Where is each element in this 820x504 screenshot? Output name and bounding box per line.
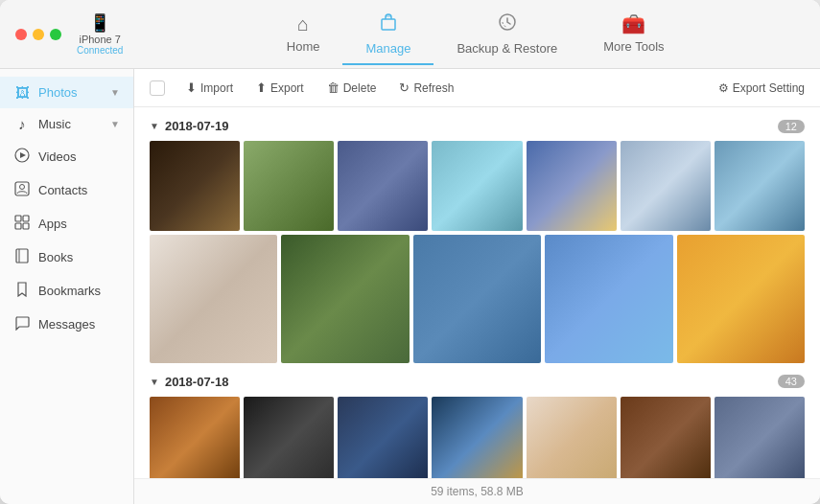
photos-icon: 🖼 — [13, 84, 31, 101]
select-all-checkbox[interactable] — [150, 80, 165, 96]
tab-tools[interactable]: 🧰 More Tools — [580, 5, 687, 63]
messages-icon — [13, 315, 31, 333]
photo-grid-1-row2 — [150, 235, 805, 362]
gear-icon: ⚙ — [718, 81, 729, 95]
traffic-lights — [15, 29, 61, 40]
photo-grid-2-row1 — [150, 397, 805, 478]
date-label-1: 2018-07-19 — [165, 119, 229, 133]
section-collapse-1[interactable]: ▼ — [150, 121, 159, 131]
refresh-button[interactable]: ↻ Refresh — [389, 77, 463, 99]
device-icon: 📱 — [89, 12, 110, 34]
device-status: Connected — [77, 45, 123, 56]
date-section-1: ▼ 2018-07-19 12 — [150, 119, 805, 363]
title-bar: 📱 iPhone 7 Connected ⌂ Home Manage — [0, 0, 820, 69]
photo-thumb[interactable] — [621, 141, 711, 231]
contacts-icon — [13, 181, 31, 199]
tab-home-label: Home — [287, 39, 320, 54]
music-icon: ♪ — [13, 116, 31, 132]
toolbar: ⬇ Import ⬆ Export 🗑 Delete ↻ Refresh ⚙ — [134, 69, 820, 107]
date-header-1: ▼ 2018-07-19 12 — [150, 119, 805, 133]
backup-icon — [497, 11, 518, 37]
main-layout: 🖼 Photos ▼ ♪ Music ▼ Videos Contacts — [0, 69, 820, 504]
date-count-2: 43 — [778, 375, 805, 388]
export-setting-button[interactable]: ⚙ Export Setting — [718, 81, 805, 95]
maximize-button[interactable] — [50, 29, 61, 40]
export-label: Export — [270, 81, 304, 95]
tab-home[interactable]: ⌂ Home — [264, 6, 343, 63]
status-bar: 59 items, 58.8 MB — [134, 478, 820, 504]
date-count-1: 12 — [778, 120, 805, 133]
sidebar-item-music[interactable]: ♪ Music ▼ — [0, 108, 133, 140]
apps-icon — [13, 215, 31, 233]
nav-tabs: ⌂ Home Manage — [146, 4, 805, 65]
photo-thumb[interactable] — [432, 397, 522, 478]
photo-thumb[interactable] — [621, 397, 711, 478]
photo-grid-1-row1 — [150, 141, 805, 231]
photos-arrow-icon: ▼ — [110, 87, 120, 98]
photo-thumb[interactable] — [281, 235, 409, 362]
svg-point-6 — [20, 185, 25, 190]
photo-thumb[interactable] — [715, 397, 805, 478]
photo-thumb[interactable] — [338, 141, 428, 231]
device-name: iPhone 7 — [79, 34, 120, 45]
sidebar-item-photos[interactable]: 🖼 Photos ▼ — [0, 77, 133, 108]
content-area: ⬇ Import ⬆ Export 🗑 Delete ↻ Refresh ⚙ — [134, 69, 820, 504]
tools-icon: 🧰 — [621, 12, 645, 35]
svg-rect-1 — [386, 14, 391, 17]
svg-rect-11 — [16, 249, 28, 263]
svg-rect-7 — [15, 216, 21, 221]
export-icon: ⬆ — [256, 80, 267, 95]
photo-area[interactable]: ▼ 2018-07-19 12 — [134, 107, 820, 478]
photo-thumb[interactable] — [150, 397, 240, 478]
sidebar: 🖼 Photos ▼ ♪ Music ▼ Videos Contacts — [0, 69, 134, 504]
photo-thumb[interactable] — [527, 141, 617, 231]
refresh-label: Refresh — [413, 81, 454, 95]
close-button[interactable] — [15, 29, 27, 40]
photo-thumb[interactable] — [432, 141, 522, 231]
sidebar-item-videos[interactable]: Videos — [0, 140, 133, 173]
photo-thumb[interactable] — [150, 235, 277, 362]
delete-button[interactable]: 🗑 Delete — [317, 77, 387, 99]
photo-thumb[interactable] — [715, 141, 805, 231]
books-icon — [13, 248, 31, 266]
tab-manage[interactable]: Manage — [342, 4, 433, 65]
date-label-2: 2018-07-18 — [165, 375, 229, 389]
photo-thumb[interactable] — [545, 235, 672, 362]
svg-marker-4 — [20, 152, 26, 158]
svg-rect-9 — [15, 223, 21, 229]
status-text: 59 items, 58.8 MB — [431, 485, 524, 498]
photo-thumb[interactable] — [413, 235, 541, 362]
photo-thumb[interactable] — [677, 235, 805, 362]
photo-thumb[interactable] — [244, 397, 334, 478]
photo-thumb[interactable] — [338, 397, 428, 478]
sidebar-item-messages[interactable]: Messages — [0, 308, 133, 341]
photo-thumb[interactable] — [244, 141, 334, 231]
sidebar-label-books: Books — [38, 250, 120, 264]
sidebar-item-contacts[interactable]: Contacts — [0, 173, 133, 207]
tab-backup-label: Backup & Restore — [457, 41, 557, 56]
photo-thumb[interactable] — [150, 141, 240, 231]
app-window: 📱 iPhone 7 Connected ⌂ Home Manage — [0, 0, 820, 504]
device-info: 📱 iPhone 7 Connected — [77, 12, 123, 56]
svg-rect-0 — [382, 19, 395, 30]
date-section-2: ▼ 2018-07-18 43 — [150, 375, 805, 478]
sidebar-item-bookmarks[interactable]: Bookmarks — [0, 274, 133, 308]
sidebar-item-books[interactable]: Books — [0, 241, 133, 274]
minimize-button[interactable] — [33, 29, 44, 40]
sidebar-label-photos: Photos — [38, 85, 103, 100]
tab-tools-label: More Tools — [603, 39, 664, 54]
sidebar-label-bookmarks: Bookmarks — [38, 284, 120, 298]
import-button[interactable]: ⬇ Import — [176, 77, 243, 99]
sidebar-item-apps[interactable]: Apps — [0, 207, 133, 241]
photo-thumb[interactable] — [527, 397, 617, 478]
svg-rect-10 — [23, 223, 29, 229]
import-icon: ⬇ — [186, 80, 197, 95]
svg-rect-8 — [23, 216, 29, 221]
manage-icon — [378, 11, 399, 37]
section-collapse-2[interactable]: ▼ — [150, 377, 159, 387]
export-button[interactable]: ⬆ Export — [246, 77, 314, 99]
music-arrow-icon: ▼ — [110, 119, 120, 129]
bookmarks-icon — [13, 282, 31, 300]
refresh-icon: ↻ — [399, 80, 410, 95]
tab-backup[interactable]: Backup & Restore — [433, 4, 580, 65]
